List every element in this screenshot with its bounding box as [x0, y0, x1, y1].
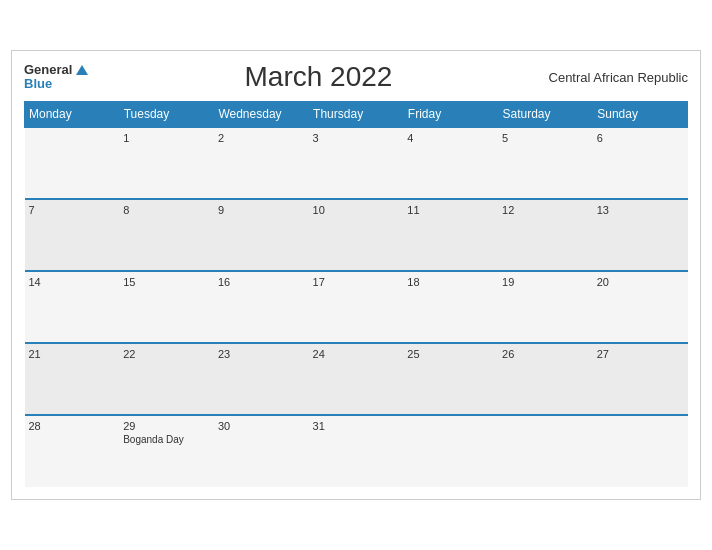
- calendar-cell-1-4: 3: [309, 127, 404, 199]
- calendar-cell-4-2: 22: [119, 343, 214, 415]
- header-sunday: Sunday: [593, 102, 688, 128]
- calendar-cell-2-5: 11: [403, 199, 498, 271]
- calendar-cell-3-3: 16: [214, 271, 309, 343]
- day-number: 3: [313, 132, 400, 144]
- day-number: 31: [313, 420, 400, 432]
- day-number: 19: [502, 276, 589, 288]
- country-label: Central African Republic: [549, 70, 688, 85]
- logo-general-text: General: [24, 63, 72, 77]
- day-number: 22: [123, 348, 210, 360]
- calendar-cell-3-2: 15: [119, 271, 214, 343]
- calendar-cell-3-4: 17: [309, 271, 404, 343]
- calendar-cell-3-5: 18: [403, 271, 498, 343]
- day-number: 11: [407, 204, 494, 216]
- calendar-cell-3-7: 20: [593, 271, 688, 343]
- day-number: 15: [123, 276, 210, 288]
- calendar-cell-1-1: [25, 127, 120, 199]
- day-number: 6: [597, 132, 684, 144]
- week-row-1: 123456: [25, 127, 688, 199]
- calendar-cell-1-7: 6: [593, 127, 688, 199]
- day-number: 12: [502, 204, 589, 216]
- calendar-cell-5-1: 28: [25, 415, 120, 487]
- holiday-label: Boganda Day: [123, 434, 210, 445]
- calendar-cell-3-6: 19: [498, 271, 593, 343]
- calendar-cell-2-4: 10: [309, 199, 404, 271]
- header: General Blue March 2022 Central African …: [24, 61, 688, 93]
- calendar-cell-4-5: 25: [403, 343, 498, 415]
- calendar-cell-5-3: 30: [214, 415, 309, 487]
- week-row-4: 21222324252627: [25, 343, 688, 415]
- logo-blue-text: Blue: [24, 77, 88, 91]
- calendar-cell-4-6: 26: [498, 343, 593, 415]
- calendar-cell-4-4: 24: [309, 343, 404, 415]
- calendar-cell-4-1: 21: [25, 343, 120, 415]
- day-number: 29: [123, 420, 210, 432]
- calendar-cell-1-2: 1: [119, 127, 214, 199]
- day-number: 14: [29, 276, 116, 288]
- day-number: 2: [218, 132, 305, 144]
- week-row-5: 2829Boganda Day3031: [25, 415, 688, 487]
- day-number: 10: [313, 204, 400, 216]
- day-number: 8: [123, 204, 210, 216]
- day-number: 7: [29, 204, 116, 216]
- header-monday: Monday: [25, 102, 120, 128]
- day-number: 25: [407, 348, 494, 360]
- header-friday: Friday: [403, 102, 498, 128]
- calendar-cell-2-2: 8: [119, 199, 214, 271]
- calendar-cell-4-7: 27: [593, 343, 688, 415]
- day-number: 18: [407, 276, 494, 288]
- calendar-cell-5-6: [498, 415, 593, 487]
- day-number: 24: [313, 348, 400, 360]
- day-number: 17: [313, 276, 400, 288]
- day-number: 28: [29, 420, 116, 432]
- calendar-cell-5-7: [593, 415, 688, 487]
- month-title: March 2022: [245, 61, 393, 93]
- week-row-2: 78910111213: [25, 199, 688, 271]
- header-wednesday: Wednesday: [214, 102, 309, 128]
- calendar-cell-5-5: [403, 415, 498, 487]
- calendar-cell-1-6: 5: [498, 127, 593, 199]
- day-number: 1: [123, 132, 210, 144]
- day-number: 5: [502, 132, 589, 144]
- day-number: 30: [218, 420, 305, 432]
- header-saturday: Saturday: [498, 102, 593, 128]
- calendar-cell-1-5: 4: [403, 127, 498, 199]
- calendar-grid: Monday Tuesday Wednesday Thursday Friday…: [24, 101, 688, 487]
- calendar-cell-5-4: 31: [309, 415, 404, 487]
- calendar-cell-4-3: 23: [214, 343, 309, 415]
- calendar-cell-3-1: 14: [25, 271, 120, 343]
- calendar-cell-2-1: 7: [25, 199, 120, 271]
- calendar-cell-2-7: 13: [593, 199, 688, 271]
- calendar-container: General Blue March 2022 Central African …: [11, 50, 701, 500]
- day-number: 26: [502, 348, 589, 360]
- calendar-cell-5-2: 29Boganda Day: [119, 415, 214, 487]
- header-thursday: Thursday: [309, 102, 404, 128]
- day-number: 27: [597, 348, 684, 360]
- day-number: 20: [597, 276, 684, 288]
- logo-triangle-icon: [76, 65, 88, 75]
- header-tuesday: Tuesday: [119, 102, 214, 128]
- logo-general: General: [24, 63, 88, 77]
- day-number: 13: [597, 204, 684, 216]
- day-number: 21: [29, 348, 116, 360]
- calendar-cell-1-3: 2: [214, 127, 309, 199]
- calendar-cell-2-3: 9: [214, 199, 309, 271]
- weekday-header-row: Monday Tuesday Wednesday Thursday Friday…: [25, 102, 688, 128]
- day-number: 16: [218, 276, 305, 288]
- day-number: 4: [407, 132, 494, 144]
- logo: General Blue: [24, 63, 88, 92]
- calendar-cell-2-6: 12: [498, 199, 593, 271]
- week-row-3: 14151617181920: [25, 271, 688, 343]
- day-number: 23: [218, 348, 305, 360]
- day-number: 9: [218, 204, 305, 216]
